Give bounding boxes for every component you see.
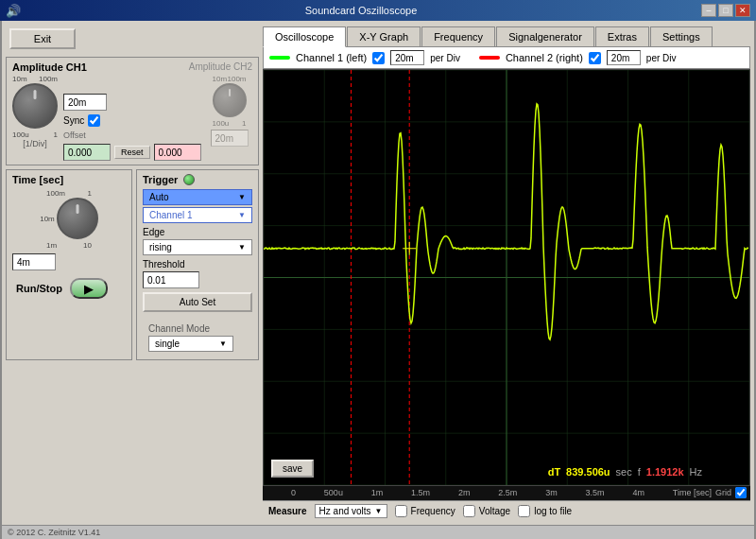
trigger-channel-button[interactable]: Channel 1 ▼ bbox=[143, 207, 252, 223]
tab-signalgenerator[interactable]: Signalgenerator bbox=[496, 26, 594, 46]
measure-select[interactable]: Hz and volts ▼ bbox=[315, 504, 387, 518]
trigger-label: Trigger bbox=[143, 174, 178, 185]
ch1-scale-bot1: 100u bbox=[12, 130, 29, 139]
channel-mode-select[interactable]: single ▼ bbox=[148, 336, 233, 352]
time-knob[interactable] bbox=[57, 198, 98, 239]
minimize-button[interactable]: – bbox=[701, 4, 716, 17]
dt-label: dT bbox=[548, 466, 560, 478]
voltage-label: Voltage bbox=[479, 506, 510, 516]
edge-arrow: ▼ bbox=[238, 243, 246, 252]
right-panel: Oscilloscope X-Y Graph Frequency Signalg… bbox=[263, 25, 750, 521]
amplitude-ch2-label: Amplitude CH2 bbox=[189, 61, 252, 73]
log-to-file-group: log to file bbox=[518, 505, 572, 517]
frequency-checkbox[interactable] bbox=[395, 505, 407, 517]
run-stop-section: Run/Stop ▶ bbox=[12, 274, 126, 303]
scope-controls: Channel 1 (left) per Div Channel 2 (righ… bbox=[263, 47, 750, 69]
edge-section: Edge rising ▼ bbox=[143, 227, 252, 255]
scope-canvas bbox=[264, 70, 749, 485]
run-stop-label: Run/Stop bbox=[16, 283, 62, 294]
trigger-section: Trigger Auto ▼ Channel 1 ▼ Edge ri bbox=[136, 169, 259, 360]
tab-settings[interactable]: Settings bbox=[650, 26, 713, 46]
log-to-file-checkbox[interactable] bbox=[518, 505, 530, 517]
threshold-label: Threshold bbox=[143, 259, 252, 270]
measure-bar: Measure Hz and volts ▼ Frequency Voltage… bbox=[263, 500, 750, 521]
ch2-label: Channel 2 (right) bbox=[506, 52, 583, 63]
ch2-perdiv-unit: per Div bbox=[646, 53, 677, 63]
amplitude-ch1-knob[interactable] bbox=[12, 83, 58, 129]
amplitude-ch2-perdiv-input[interactable] bbox=[211, 130, 249, 147]
voltage-check-group: Voltage bbox=[463, 505, 510, 517]
ch2-perdiv-input[interactable] bbox=[607, 50, 641, 65]
dt-unit: sec bbox=[616, 466, 632, 478]
mode-arrow: ▼ bbox=[219, 339, 227, 348]
time-scale-mid2: 1 bbox=[88, 189, 92, 198]
time-section: Time [sec] 100m 1 10m 1m 10 bbox=[6, 169, 132, 360]
x-label-8: 4m bbox=[632, 488, 644, 497]
tab-bar: Oscilloscope X-Y Graph Frequency Signalg… bbox=[263, 25, 750, 47]
close-button[interactable]: ✕ bbox=[735, 4, 750, 17]
amplitude-section: Amplitude CH1 Amplitude CH2 10m 100m 100… bbox=[6, 57, 259, 165]
ch2-scale-top1: 10m bbox=[213, 75, 228, 83]
x-label-5: 2.5m bbox=[498, 488, 517, 497]
measure-arrow: ▼ bbox=[375, 507, 383, 515]
amplitude-ch2-offset-input[interactable] bbox=[154, 144, 201, 161]
ch1-color-indicator bbox=[269, 56, 290, 60]
bottom-bar: © 2012 C. Zeitnitz V1.41 bbox=[2, 525, 754, 539]
left-panel: Exit Amplitude CH1 Amplitude CH2 10m 100… bbox=[6, 25, 259, 521]
amplitude-ch1-offset-input[interactable] bbox=[63, 144, 111, 161]
reset-button[interactable]: Reset bbox=[114, 146, 150, 159]
trigger-led bbox=[183, 174, 195, 185]
ch1-label: Channel 1 (left) bbox=[296, 52, 367, 63]
threshold-input[interactable] bbox=[143, 271, 199, 288]
time-section-title: Time [sec] bbox=[12, 174, 126, 185]
copyright: © 2012 C. Zeitnitz V1.41 bbox=[8, 528, 100, 537]
x-axis-bar: 0 500u 1m 1.5m 2m 2.5m 3m 3.5m 4m Time [… bbox=[263, 486, 750, 500]
tab-extras[interactable]: Extras bbox=[595, 26, 649, 46]
exit-button[interactable]: Exit bbox=[9, 28, 76, 49]
x-label-1: 500u bbox=[324, 488, 343, 497]
time-scale-top: 100m bbox=[46, 189, 65, 198]
measurement-overlay: dT 839.506u sec f 1.1912k Hz bbox=[548, 466, 702, 478]
amplitude-ch2-knob[interactable] bbox=[213, 83, 247, 117]
grid-checkbox[interactable] bbox=[735, 487, 747, 498]
grid-label: Grid bbox=[715, 488, 731, 497]
amplitude-ch1-label: Amplitude CH1 bbox=[12, 61, 87, 73]
amplitude-ch1-perdiv-input[interactable] bbox=[63, 94, 107, 111]
app-icon: 🔊 bbox=[6, 4, 21, 18]
trigger-channel-arrow: ▼ bbox=[238, 211, 246, 219]
save-button[interactable]: save bbox=[271, 460, 314, 478]
tab-xy-graph[interactable]: X-Y Graph bbox=[347, 26, 421, 46]
tab-oscilloscope[interactable]: Oscilloscope bbox=[263, 26, 346, 47]
time-scale-bot1: 1m bbox=[46, 241, 57, 250]
ch1-scale-top1: 10m bbox=[12, 75, 27, 83]
ch1-checkbox[interactable] bbox=[372, 52, 385, 64]
x-label-0: 0 bbox=[291, 488, 296, 497]
edge-label: Edge bbox=[143, 227, 252, 237]
autoset-button[interactable]: Auto Set bbox=[143, 292, 252, 312]
frequency-check-group: Frequency bbox=[395, 505, 455, 517]
ch2-scale-bot1: 100u bbox=[213, 119, 230, 128]
ch2-checkbox[interactable] bbox=[589, 52, 601, 64]
title-bar: 🔊 Soundcard Oszilloscope – □ ✕ bbox=[0, 0, 756, 21]
ch2-scale-top2: 100m bbox=[228, 75, 247, 83]
voltage-checkbox[interactable] bbox=[463, 505, 475, 517]
ch1-perdiv-input[interactable] bbox=[390, 50, 424, 65]
f-label: f bbox=[638, 466, 641, 478]
sync-checkbox[interactable] bbox=[88, 114, 100, 127]
trigger-auto-button[interactable]: Auto ▼ bbox=[143, 189, 252, 205]
x-axis-unit: Time [sec] bbox=[673, 488, 712, 497]
offset-label: Offset bbox=[63, 130, 86, 140]
main-window: Exit Amplitude CH1 Amplitude CH2 10m 100… bbox=[0, 21, 756, 539]
time-knob-container: 100m 1 10m 1m 10 bbox=[12, 189, 126, 250]
ch1-scale-bot2: 1 bbox=[54, 130, 58, 139]
ch2-color-indicator bbox=[479, 56, 500, 60]
log-to-file-label: log to file bbox=[534, 506, 572, 516]
time-value-input[interactable] bbox=[12, 253, 56, 270]
run-stop-button[interactable]: ▶ bbox=[70, 278, 108, 299]
edge-rising-button[interactable]: rising ▼ bbox=[143, 239, 252, 255]
dt-value: 839.506u bbox=[566, 466, 610, 478]
tab-frequency[interactable]: Frequency bbox=[421, 26, 495, 46]
x-label-2: 1m bbox=[371, 488, 384, 497]
maximize-button[interactable]: □ bbox=[718, 4, 733, 17]
measure-label: Measure bbox=[268, 506, 307, 516]
